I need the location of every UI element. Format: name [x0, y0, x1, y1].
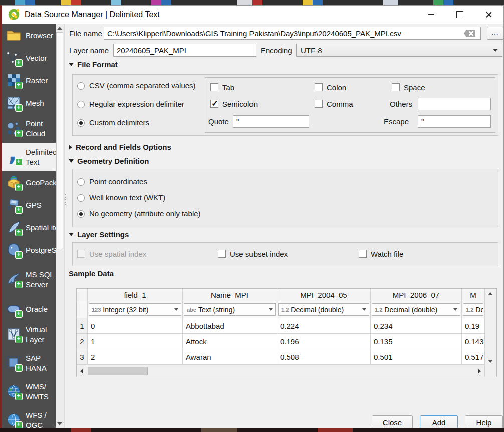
browse-file-button[interactable]: ... [487, 27, 503, 40]
sidebar-item-vector[interactable]: Vector [2, 47, 56, 69]
sidebar-item-ms-sql-server[interactable]: MS SQL Server [2, 261, 56, 298]
sidebar-item-spatialite[interactable]: SpatiaLite [2, 216, 56, 239]
table-horizontal-scrollbar[interactable] [77, 365, 484, 377]
vector-layer-icon [6, 50, 22, 66]
background-map-sliver-bottom [0, 428, 504, 432]
sidebar-item-point-cloud[interactable]: Point Cloud [2, 114, 56, 143]
checkbox-space-label: Space [404, 83, 425, 92]
sidebar-item-gps[interactable]: GPS [2, 194, 56, 216]
escape-input[interactable] [418, 115, 491, 128]
sidebar-item-wms-wmts[interactable]: WMS/ WMTS [2, 377, 56, 406]
help-button[interactable]: Help [465, 415, 503, 428]
sidebar-item-geopackage[interactable]: GeoPackage [2, 171, 56, 194]
column-header[interactable]: MPI_2004_05 [277, 289, 371, 301]
column-header[interactable]: MPI_2006_07 [371, 289, 462, 301]
radio-custom-delimiters-label: Custom delimiters [89, 118, 149, 127]
cell: 2 [88, 349, 183, 365]
encoding-value: UTF-8 [301, 46, 322, 55]
radio-custom-delimiters[interactable] [77, 119, 85, 127]
checkbox-use-spatial-index [77, 250, 85, 258]
hscroll-thumb[interactable] [88, 367, 148, 375]
checkbox-watch-file[interactable] [359, 250, 367, 258]
field-type-select[interactable]: abcText (string) [184, 303, 276, 316]
type-cell: 1.2Decimal (double) [277, 301, 371, 318]
sidebar-scrollbar[interactable] [56, 24, 65, 428]
minimize-button[interactable] [416, 6, 445, 24]
row-number: 3 [77, 349, 88, 365]
geometry-section-header[interactable]: Geometry Definition [69, 157, 149, 165]
scroll-right-icon[interactable] [478, 369, 481, 374]
sidebar-item-oracle[interactable]: Oracle [2, 298, 56, 320]
wfs-globe-icon [6, 412, 22, 428]
close-button[interactable]: Close [372, 415, 413, 428]
sample-data-table: field_1 Name_MPI MPI_2004_05 MPI_2006_07… [76, 288, 497, 377]
sap-hana-icon [6, 355, 22, 371]
table-vertical-scrollbar[interactable] [484, 289, 496, 377]
checkbox-comma[interactable] [315, 100, 323, 108]
layer-name-input[interactable] [113, 44, 256, 57]
close-window-button[interactable] [474, 6, 503, 24]
collapse-arrow-icon [69, 233, 74, 236]
file-name-input[interactable] [104, 27, 481, 40]
field-type-select[interactable]: 123Integer (32 bit) [89, 303, 181, 316]
sidebar-item-browser[interactable]: Browser [2, 24, 56, 47]
sidebar-item-mesh[interactable]: Mesh [2, 92, 56, 114]
cell: Awaran [183, 349, 277, 365]
background-map-sliver-top [0, 0, 504, 5]
checkbox-colon-label: Colon [327, 83, 346, 92]
sidebar-item-raster[interactable]: Raster [2, 69, 56, 92]
column-header[interactable]: field_1 [88, 289, 183, 301]
cell: 0.224 [277, 318, 371, 334]
record-fields-section-header[interactable]: Record and Fields Options [69, 143, 171, 151]
scroll-down-icon[interactable] [488, 360, 493, 363]
sidebar-item-wfs-ogc[interactable]: WFS / OGC [2, 406, 56, 428]
scroll-up-icon[interactable] [57, 27, 62, 30]
add-plus-badge [15, 158, 23, 166]
field-type-select[interactable]: 1.2Decimal (double) [463, 303, 483, 316]
maximize-button[interactable] [445, 6, 474, 24]
checkbox-semicolon[interactable] [210, 100, 218, 108]
layer-settings-section-header[interactable]: Layer Settings [69, 230, 129, 239]
sidebar-item-sap-hana[interactable]: SAP HANA [2, 349, 56, 377]
field-type-select[interactable]: 1.2Decimal (double) [278, 303, 369, 316]
radio-wkt[interactable] [77, 194, 85, 202]
radio-regexp[interactable] [77, 101, 85, 108]
scroll-up-icon[interactable] [488, 292, 493, 295]
checkbox-space[interactable] [392, 83, 400, 91]
checkbox-use-subset-index[interactable] [218, 250, 226, 258]
sidebar-item-virtual-layer[interactable]: Virtual Layer [2, 320, 56, 349]
quote-input[interactable] [233, 115, 309, 128]
sidebar-item-postgresql[interactable]: PostgreSQL [2, 239, 56, 261]
radio-regexp-label: Regular expression delimiter [89, 100, 184, 108]
add-plus-badge [15, 130, 23, 137]
sidebar-scrollbar-thumb[interactable] [56, 32, 63, 249]
add-plus-badge [15, 82, 23, 89]
file-format-section-header[interactable]: File Format [69, 60, 118, 69]
radio-csv-label: CSV (comma separated values) [89, 81, 196, 90]
text-type-icon: abc [187, 307, 196, 313]
encoding-label: Encoding [261, 46, 292, 55]
scroll-left-icon[interactable] [80, 369, 83, 374]
checkbox-colon[interactable] [315, 83, 323, 91]
radio-no-geometry-label: No geometry (attribute only table) [89, 209, 201, 218]
radio-point-coordinates[interactable] [77, 178, 85, 186]
column-header[interactable]: Name_MPI [183, 289, 277, 301]
sidebar-item-delimited-text[interactable]: , Delimited Text [2, 143, 56, 171]
decimal-type-icon: 1.2 [466, 307, 473, 313]
add-plus-badge [15, 59, 23, 67]
encoding-select[interactable]: UTF-8 [296, 44, 502, 57]
field-type-select[interactable]: 1.2Decimal (double) [372, 303, 460, 316]
others-input[interactable] [418, 98, 491, 110]
oracle-icon [6, 301, 22, 317]
ms-sql-server-icon [6, 272, 22, 288]
table-row: 2 1 Attock 0.196 0.135 0.143 [77, 334, 484, 349]
radio-no-geometry[interactable] [77, 210, 85, 218]
type-cell: 123Integer (32 bit) [88, 301, 183, 318]
add-button[interactable]: Add [420, 415, 458, 428]
radio-csv[interactable] [77, 82, 85, 90]
splitter-handle[interactable] [65, 194, 66, 207]
scroll-down-icon[interactable] [57, 422, 62, 425]
checkbox-tab[interactable] [210, 83, 218, 91]
column-header[interactable]: M [462, 289, 484, 301]
maximize-icon [456, 11, 463, 18]
